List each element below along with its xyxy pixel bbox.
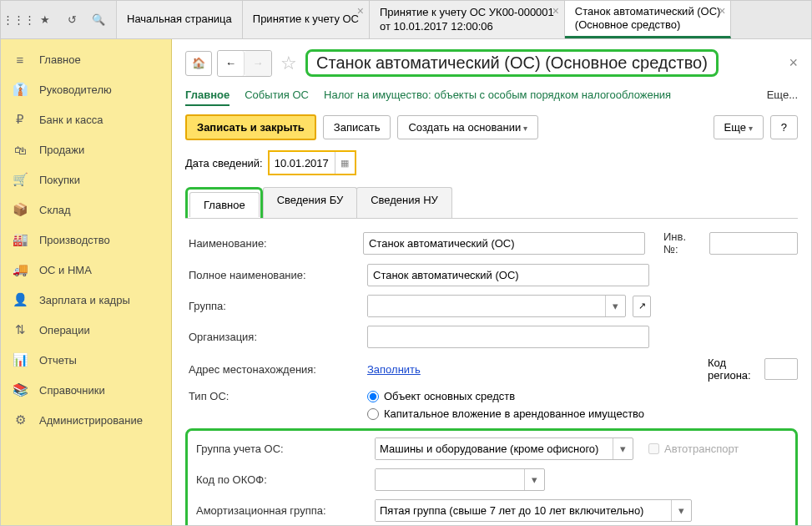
name-input[interactable]	[363, 232, 645, 255]
sidebar-item-dictionaries[interactable]: 📚Справочники	[1, 375, 171, 405]
date-input[interactable]	[270, 154, 335, 173]
amort-group-input[interactable]	[376, 500, 671, 521]
menu-icon: ≡	[13, 52, 28, 67]
tab-start-page[interactable]: Начальная страница	[117, 1, 243, 38]
page-title: Станок автоматический (ОС) (Основное сре…	[316, 53, 708, 72]
sidebar-item-assets[interactable]: 🚚ОС и НМА	[1, 255, 171, 285]
tab-acceptance-doc[interactable]: Принятие к учету ОС УК00-000001от 10.01.…	[370, 1, 565, 38]
help-button[interactable]: ?	[770, 115, 798, 139]
radio-main-asset[interactable]: Объект основных средств	[367, 390, 644, 402]
sidebar-item-warehouse[interactable]: 📦Склад	[1, 195, 171, 225]
amort-group-label: Амортизационная группа:	[193, 504, 368, 517]
sidebar-item-sales[interactable]: 🛍Продажи	[1, 134, 171, 164]
sidebar-item-main[interactable]: ≡Главное	[1, 44, 171, 74]
org-input[interactable]	[367, 326, 649, 348]
calendar-icon[interactable]: ▦	[335, 152, 355, 174]
date-highlight: ▦	[268, 150, 356, 175]
chart-icon: 📊	[13, 352, 28, 367]
ops-icon: ⇅	[13, 322, 28, 337]
tab-asset[interactable]: Станок автоматический (ОС)(Основное сред…	[565, 1, 732, 38]
tab-label: Начальная страница	[127, 13, 232, 26]
fill-link[interactable]: Заполнить	[367, 363, 421, 376]
inner-tab-main[interactable]: Главное	[189, 192, 260, 217]
tab-acceptance[interactable]: Принятие к учету ОС×	[243, 1, 370, 38]
open-icon[interactable]: ↗	[633, 296, 651, 317]
sidebar-item-purchases[interactable]: 🛒Покупки	[1, 164, 171, 195]
box-icon: 📦	[13, 202, 28, 217]
sidebar-item-admin[interactable]: ⚙Администрирование	[1, 405, 171, 435]
sidebar-item-operations[interactable]: ⇅Операции	[1, 315, 171, 345]
group-label: Группа:	[185, 300, 361, 312]
acct-group-label: Группа учета ОС:	[193, 443, 368, 455]
full-name-label: Полное наименование:	[185, 269, 361, 281]
section-tab-main[interactable]: Главное	[185, 85, 229, 106]
close-icon[interactable]: ×	[719, 4, 725, 19]
tab-label: Станок автоматический (ОС)	[575, 5, 721, 18]
group-input[interactable]	[368, 296, 605, 316]
user-icon: 👤	[13, 292, 28, 307]
os-type-label: Тип ОС:	[185, 390, 361, 402]
sidebar: ≡Главное 👔Руководителю ₽Банк и касса 🛍Пр…	[1, 39, 172, 525]
sidebar-item-manager[interactable]: 👔Руководителю	[1, 74, 171, 104]
address-label: Адрес местонахождения:	[185, 363, 361, 376]
gear-icon: ⚙	[13, 412, 28, 427]
inv-no-label: Инв. №:	[663, 230, 703, 255]
full-name-input[interactable]	[367, 264, 649, 286]
date-label: Дата сведений:	[185, 157, 263, 169]
acct-group-input[interactable]	[376, 438, 613, 459]
sidebar-item-hr[interactable]: 👤Зарплата и кадры	[1, 285, 171, 315]
radio-input[interactable]	[367, 408, 379, 420]
dropdown-icon[interactable]: ▾	[671, 500, 691, 521]
sidebar-item-bank[interactable]: ₽Банк и касса	[1, 104, 171, 134]
inv-no-input[interactable]	[709, 232, 798, 255]
radio-input[interactable]	[367, 391, 379, 402]
okof-label: Код по ОКОФ:	[193, 473, 368, 486]
person-icon: 👔	[13, 82, 28, 97]
history-icon[interactable]: ↺	[59, 8, 84, 33]
radio-capital-investment[interactable]: Капитальное вложение в арендованное имущ…	[367, 407, 644, 420]
dropdown-icon[interactable]: ▾	[524, 469, 544, 490]
apps-icon[interactable]: ⋮⋮⋮	[6, 8, 31, 33]
close-icon[interactable]: ×	[552, 4, 559, 19]
auto-checkbox: Автотранспорт	[648, 443, 739, 455]
forward-button: →	[245, 51, 271, 76]
factory-icon: 🏭	[13, 232, 28, 247]
tab-sublabel: от 10.01.2017 12:00:06	[380, 20, 554, 33]
tab-label: Принятие к учету ОС УК00-000001	[380, 6, 554, 19]
region-code-input[interactable]	[764, 358, 798, 380]
create-based-button[interactable]: Создать на основании	[397, 115, 538, 139]
inner-tab-nu[interactable]: Сведения НУ	[356, 187, 452, 218]
close-icon[interactable]: ×	[357, 4, 364, 19]
home-button[interactable]: 🏠	[185, 51, 212, 76]
star-icon[interactable]: ★	[33, 8, 58, 33]
name-label: Наименование:	[185, 237, 356, 250]
sidebar-item-reports[interactable]: 📊Отчеты	[1, 345, 171, 375]
org-label: Организация:	[185, 331, 361, 343]
save-button[interactable]: Записать	[323, 115, 391, 139]
bag-icon: 🛍	[13, 142, 28, 157]
okof-input[interactable]	[376, 469, 524, 490]
search-icon[interactable]: 🔍	[86, 8, 111, 33]
save-close-button[interactable]: Записать и закрыть	[185, 114, 316, 140]
back-button[interactable]: ←	[218, 51, 245, 76]
close-button[interactable]: ×	[789, 54, 798, 72]
title-highlight: Станок автоматический (ОС) (Основное сре…	[305, 49, 719, 77]
tab-sublabel: (Основное средство)	[575, 18, 721, 32]
dropdown-icon[interactable]: ▾	[613, 438, 633, 459]
highlight-section: Группа учета ОС: ▾ Автотранспорт Код по …	[185, 428, 798, 525]
region-code-label: Код региона:	[708, 357, 758, 382]
tab-label: Принятие к учету ОС	[253, 13, 359, 26]
section-tab-tax[interactable]: Налог на имущество: объекты с особым пор…	[324, 85, 671, 104]
favorite-star-icon[interactable]: ☆	[280, 53, 297, 74]
dropdown-icon[interactable]: ▾	[605, 296, 625, 316]
section-tab-events[interactable]: События ОС	[245, 85, 309, 104]
cart-icon: 🛒	[13, 172, 28, 187]
ruble-icon: ₽	[13, 112, 28, 127]
inner-tab-bu[interactable]: Сведения БУ	[263, 187, 358, 218]
section-tab-more[interactable]: Еще...	[767, 89, 798, 101]
more-button[interactable]: Еще	[714, 115, 764, 139]
sidebar-item-production[interactable]: 🏭Производство	[1, 225, 171, 255]
truck-icon: 🚚	[13, 262, 28, 277]
book-icon: 📚	[13, 382, 28, 397]
